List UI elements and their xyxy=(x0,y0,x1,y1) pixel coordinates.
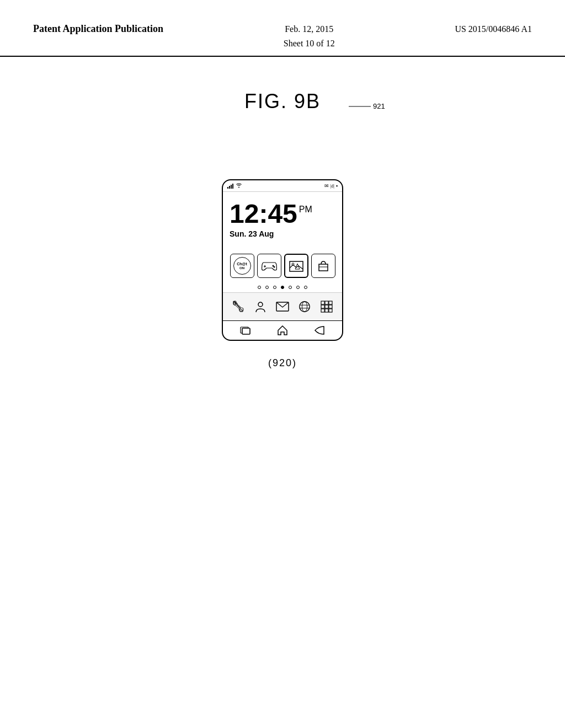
dot-3 xyxy=(273,286,276,289)
app-icon-bag[interactable] xyxy=(311,254,335,278)
signal-icon xyxy=(227,183,233,189)
dot-5 xyxy=(289,286,292,289)
time-display: 12:45 xyxy=(230,201,297,227)
svg-rect-22 xyxy=(329,309,332,312)
reference-label-921: 921 xyxy=(349,102,385,110)
dock-phone[interactable] xyxy=(228,296,249,317)
svg-rect-17 xyxy=(321,305,324,308)
figure-label-bottom: (920) xyxy=(0,357,565,369)
status-left xyxy=(227,183,242,189)
patent-title: Patent Application Publication xyxy=(33,22,163,36)
message-icon: ✉ xyxy=(324,183,329,189)
reference-line xyxy=(349,106,371,107)
battery-icon: ▪ xyxy=(336,183,338,189)
svg-rect-20 xyxy=(321,309,324,312)
dot-4-active xyxy=(281,286,284,289)
app-icon-chat[interactable]: Ch@t ON xyxy=(230,254,254,278)
volume-icon: |d| xyxy=(331,184,334,189)
dot-2 xyxy=(265,286,269,289)
svg-rect-19 xyxy=(329,305,332,308)
app-icon-gallery[interactable] xyxy=(284,254,308,278)
svg-point-10 xyxy=(300,302,310,312)
svg-rect-18 xyxy=(325,305,328,308)
nav-back[interactable] xyxy=(311,324,328,336)
clock-area: 12:45PM Sun. 23 Aug xyxy=(223,192,342,243)
patent-header: Patent Application Publication Feb. 12, … xyxy=(0,0,565,57)
dock-browser[interactable] xyxy=(294,296,315,317)
status-bar: ✉ |d| ▪ xyxy=(223,180,342,192)
contacts-icon xyxy=(254,300,267,313)
patent-sheet-info: Feb. 12, 2015 Sheet 10 of 12 xyxy=(284,22,335,50)
bag-icon xyxy=(316,259,331,273)
app-icons-row: Ch@t ON xyxy=(223,243,342,282)
svg-point-11 xyxy=(302,302,307,312)
phone-icon xyxy=(232,300,245,313)
svg-rect-21 xyxy=(325,309,328,312)
phone-device: ✉ |d| ▪ 12:45PM Sun. 23 Aug Ch@t ON xyxy=(222,179,343,341)
patent-number: US 2015/0046846 A1 xyxy=(455,22,532,36)
nav-recent-apps[interactable] xyxy=(237,324,254,336)
patent-date: Feb. 12, 2015 xyxy=(285,24,333,34)
chat-icon: Ch@t ON xyxy=(233,257,251,275)
messages-icon xyxy=(276,301,289,312)
nav-bar xyxy=(223,320,342,340)
svg-rect-24 xyxy=(242,328,250,334)
ref-921-text: 921 xyxy=(373,102,385,110)
home-icon xyxy=(277,325,288,336)
patent-sheet: Sheet 10 of 12 xyxy=(284,39,335,48)
page-dots xyxy=(223,282,342,292)
svg-rect-16 xyxy=(329,301,332,304)
gamepad-icon xyxy=(262,260,277,271)
ampm-display: PM xyxy=(299,205,312,214)
clock-date: Sun. 23 Aug xyxy=(230,229,335,238)
dock-contacts[interactable] xyxy=(250,296,271,317)
gallery-icon xyxy=(289,259,304,272)
dot-1 xyxy=(258,286,261,289)
figure-title: FIG. 9B xyxy=(0,90,565,113)
dock-apps[interactable] xyxy=(316,296,337,317)
wifi-icon xyxy=(236,183,242,189)
status-right: ✉ |d| ▪ xyxy=(324,183,338,189)
clock-time: 12:45PM xyxy=(230,201,335,227)
dot-6 xyxy=(296,286,300,289)
dock-messages[interactable] xyxy=(272,296,293,317)
svg-point-0 xyxy=(238,187,239,188)
svg-point-4 xyxy=(273,266,275,268)
back-icon xyxy=(314,326,325,335)
apps-grid-icon xyxy=(320,300,333,313)
svg-rect-15 xyxy=(325,301,328,304)
recent-apps-icon xyxy=(240,326,251,335)
svg-rect-14 xyxy=(321,301,324,304)
bottom-dock xyxy=(223,292,342,320)
svg-point-8 xyxy=(258,302,263,307)
dot-7 xyxy=(304,286,307,289)
app-icon-gamepad[interactable] xyxy=(257,254,281,278)
nav-home[interactable] xyxy=(274,324,291,336)
phone-container: ✉ |d| ▪ 12:45PM Sun. 23 Aug Ch@t ON xyxy=(0,179,565,341)
globe-icon xyxy=(298,300,311,313)
